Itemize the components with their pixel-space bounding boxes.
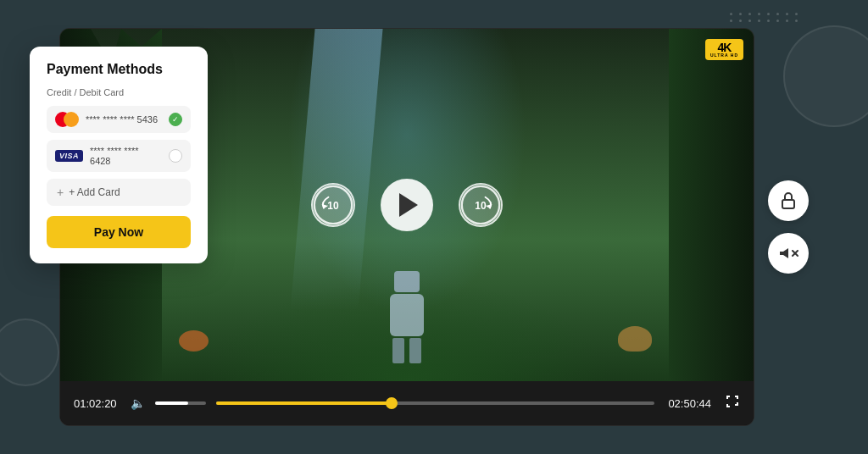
add-plus-icon: + <box>57 185 64 199</box>
bg-decoration-2 <box>0 318 59 386</box>
visa-number: **** **** **** 6428 <box>90 146 162 166</box>
visa-select[interactable] <box>169 149 182 163</box>
skip-back-button[interactable]: 10 <box>311 183 355 227</box>
4k-badge: 4K ULTRA HD <box>705 39 743 60</box>
deer-animal <box>618 326 652 352</box>
time-current: 01:02:20 <box>74 397 120 410</box>
svg-text:10: 10 <box>475 200 487 212</box>
card-visa[interactable]: VISA **** **** **** 6428 <box>47 140 191 172</box>
volume-fill <box>155 401 188 405</box>
progress-thumb <box>386 397 398 409</box>
center-controls: 10 10 <box>311 179 503 231</box>
fox-animal <box>179 330 209 352</box>
payment-methods-card: Payment Methods Credit / Debit Card ****… <box>30 47 208 263</box>
progress-bar[interactable] <box>216 401 654 405</box>
play-icon <box>399 193 418 217</box>
time-total: 02:50:44 <box>665 397 711 410</box>
pay-now-button[interactable]: Pay Now <box>47 216 191 248</box>
payment-subtitle: Credit / Debit Card <box>47 87 191 97</box>
payment-title: Payment Methods <box>47 62 191 77</box>
svg-text:10: 10 <box>327 200 339 212</box>
robot-head <box>394 271 420 292</box>
side-actions <box>768 180 809 274</box>
robot-character <box>381 271 432 356</box>
decorative-dots <box>730 13 800 22</box>
robot-legs <box>381 338 432 363</box>
add-card-button[interactable]: + + Add Card <box>47 179 191 206</box>
mastercard-number: **** **** **** 5436 <box>86 114 162 125</box>
card-mastercard[interactable]: **** **** **** 5436 ✓ <box>47 106 191 133</box>
fullscreen-icon[interactable] <box>725 394 740 412</box>
robot-body <box>390 294 424 336</box>
skip-forward-button[interactable]: 10 <box>459 183 503 227</box>
lock-button[interactable] <box>768 180 809 221</box>
robot-leg-right <box>409 338 421 363</box>
progress-fill <box>216 401 392 405</box>
mastercard-select[interactable]: ✓ <box>169 113 182 126</box>
play-button[interactable] <box>381 179 433 231</box>
tree-right <box>669 29 754 381</box>
volume-icon[interactable]: 🔈 <box>131 396 145 410</box>
control-bar: 01:02:20 🔈 02:50:44 <box>60 381 754 425</box>
robot-leg-left <box>392 338 404 363</box>
volume-slider[interactable] <box>155 401 206 405</box>
mc-right-circle <box>64 112 79 127</box>
svg-rect-4 <box>782 200 794 208</box>
mastercard-logo <box>55 112 79 127</box>
mute-button[interactable] <box>768 233 809 274</box>
visa-logo: VISA <box>55 150 83 162</box>
add-card-label: + Add Card <box>69 186 120 198</box>
